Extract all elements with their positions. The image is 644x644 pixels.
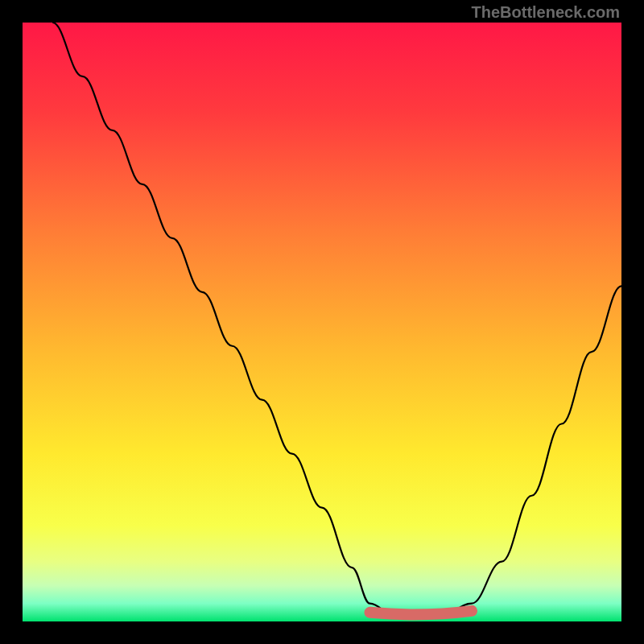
watermark-text: TheBottleneck.com: [472, 3, 620, 22]
chart-frame: TheBottleneck.com: [0, 0, 644, 644]
plot-area: [23, 23, 621, 621]
svg-rect-0: [23, 23, 621, 621]
gradient-background: [23, 23, 621, 621]
